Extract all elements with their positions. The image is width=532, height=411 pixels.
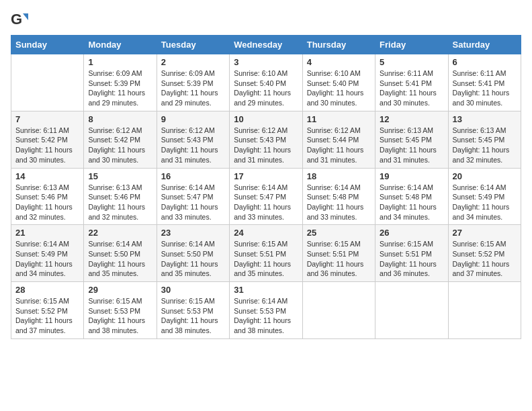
day-number: 29 xyxy=(88,285,152,295)
day-number: 28 xyxy=(15,285,79,295)
logo-icon: G xyxy=(11,11,30,30)
calendar-cell: 29Sunrise: 6:15 AM Sunset: 5:53 PM Dayli… xyxy=(84,282,157,339)
day-info: Sunrise: 6:10 AM Sunset: 5:40 PM Dayligh… xyxy=(307,68,371,108)
day-number: 17 xyxy=(234,171,298,181)
day-number: 19 xyxy=(380,171,443,181)
calendar-cell xyxy=(302,282,375,339)
calendar-cell xyxy=(11,54,84,111)
calendar-cell: 17Sunrise: 6:14 AM Sunset: 5:47 PM Dayli… xyxy=(230,168,302,225)
logo: G xyxy=(11,11,32,30)
calendar-cell: 6Sunrise: 6:11 AM Sunset: 5:41 PM Daylig… xyxy=(448,54,521,111)
day-info: Sunrise: 6:15 AM Sunset: 5:51 PM Dayligh… xyxy=(307,239,371,279)
calendar-cell: 7Sunrise: 6:11 AM Sunset: 5:42 PM Daylig… xyxy=(11,111,84,168)
day-info: Sunrise: 6:09 AM Sunset: 5:39 PM Dayligh… xyxy=(161,68,225,108)
calendar-cell: 15Sunrise: 6:13 AM Sunset: 5:46 PM Dayli… xyxy=(84,168,157,225)
day-number: 31 xyxy=(234,285,298,295)
day-number: 11 xyxy=(307,114,371,124)
calendar-cell: 30Sunrise: 6:15 AM Sunset: 5:53 PM Dayli… xyxy=(157,282,229,339)
day-info: Sunrise: 6:14 AM Sunset: 5:48 PM Dayligh… xyxy=(307,183,371,222)
day-number: 26 xyxy=(380,228,443,238)
day-number: 21 xyxy=(15,228,79,238)
svg-text:G: G xyxy=(11,11,22,28)
header-thursday: Thursday xyxy=(302,36,375,54)
week-row-3: 14Sunrise: 6:13 AM Sunset: 5:46 PM Dayli… xyxy=(11,168,521,225)
day-number: 20 xyxy=(453,171,517,181)
day-info: Sunrise: 6:14 AM Sunset: 5:50 PM Dayligh… xyxy=(161,239,225,279)
day-number: 18 xyxy=(307,171,371,181)
day-info: Sunrise: 6:14 AM Sunset: 5:50 PM Dayligh… xyxy=(88,239,152,279)
day-info: Sunrise: 6:14 AM Sunset: 5:48 PM Dayligh… xyxy=(380,183,443,222)
day-number: 6 xyxy=(453,57,517,67)
calendar-cell: 27Sunrise: 6:15 AM Sunset: 5:52 PM Dayli… xyxy=(448,225,521,282)
week-row-1: 1Sunrise: 6:09 AM Sunset: 5:39 PM Daylig… xyxy=(11,54,521,111)
day-number: 10 xyxy=(234,114,298,124)
day-number: 8 xyxy=(88,114,152,124)
day-info: Sunrise: 6:12 AM Sunset: 5:43 PM Dayligh… xyxy=(161,126,225,165)
day-info: Sunrise: 6:10 AM Sunset: 5:40 PM Dayligh… xyxy=(234,68,298,108)
calendar-cell: 4Sunrise: 6:10 AM Sunset: 5:40 PM Daylig… xyxy=(302,54,375,111)
calendar-cell: 13Sunrise: 6:13 AM Sunset: 5:45 PM Dayli… xyxy=(448,111,521,168)
day-info: Sunrise: 6:11 AM Sunset: 5:42 PM Dayligh… xyxy=(15,126,79,165)
calendar-cell xyxy=(375,282,448,339)
week-row-5: 28Sunrise: 6:15 AM Sunset: 5:52 PM Dayli… xyxy=(11,282,521,339)
day-info: Sunrise: 6:12 AM Sunset: 5:42 PM Dayligh… xyxy=(88,126,152,165)
calendar-cell: 24Sunrise: 6:15 AM Sunset: 5:51 PM Dayli… xyxy=(230,225,302,282)
day-number: 1 xyxy=(88,57,152,67)
calendar-cell: 20Sunrise: 6:14 AM Sunset: 5:49 PM Dayli… xyxy=(448,168,521,225)
day-info: Sunrise: 6:14 AM Sunset: 5:47 PM Dayligh… xyxy=(234,183,298,222)
calendar-cell: 11Sunrise: 6:12 AM Sunset: 5:44 PM Dayli… xyxy=(302,111,375,168)
day-info: Sunrise: 6:14 AM Sunset: 5:53 PM Dayligh… xyxy=(234,296,298,336)
day-number: 12 xyxy=(380,114,443,124)
header-friday: Friday xyxy=(375,36,448,54)
day-number: 23 xyxy=(161,228,225,238)
calendar-cell: 21Sunrise: 6:14 AM Sunset: 5:49 PM Dayli… xyxy=(11,225,84,282)
header-tuesday: Tuesday xyxy=(157,36,229,54)
day-info: Sunrise: 6:14 AM Sunset: 5:49 PM Dayligh… xyxy=(15,239,79,279)
calendar-cell: 14Sunrise: 6:13 AM Sunset: 5:46 PM Dayli… xyxy=(11,168,84,225)
day-number: 3 xyxy=(234,57,298,67)
day-number: 16 xyxy=(161,171,225,181)
calendar-cell: 25Sunrise: 6:15 AM Sunset: 5:51 PM Dayli… xyxy=(302,225,375,282)
day-info: Sunrise: 6:14 AM Sunset: 5:49 PM Dayligh… xyxy=(453,183,517,222)
calendar-cell: 18Sunrise: 6:14 AM Sunset: 5:48 PM Dayli… xyxy=(302,168,375,225)
day-number: 13 xyxy=(453,114,517,124)
day-info: Sunrise: 6:12 AM Sunset: 5:43 PM Dayligh… xyxy=(234,126,298,165)
day-info: Sunrise: 6:11 AM Sunset: 5:41 PM Dayligh… xyxy=(453,68,517,108)
day-number: 14 xyxy=(15,171,79,181)
calendar-cell: 22Sunrise: 6:14 AM Sunset: 5:50 PM Dayli… xyxy=(84,225,157,282)
calendar-cell: 19Sunrise: 6:14 AM Sunset: 5:48 PM Dayli… xyxy=(375,168,448,225)
calendar-cell: 2Sunrise: 6:09 AM Sunset: 5:39 PM Daylig… xyxy=(157,54,229,111)
week-row-2: 7Sunrise: 6:11 AM Sunset: 5:42 PM Daylig… xyxy=(11,111,521,168)
day-number: 30 xyxy=(161,285,225,295)
calendar-cell: 31Sunrise: 6:14 AM Sunset: 5:53 PM Dayli… xyxy=(230,282,302,339)
day-number: 7 xyxy=(15,114,79,124)
header-monday: Monday xyxy=(84,36,157,54)
day-number: 24 xyxy=(234,228,298,238)
day-info: Sunrise: 6:13 AM Sunset: 5:45 PM Dayligh… xyxy=(380,126,443,165)
week-row-4: 21Sunrise: 6:14 AM Sunset: 5:49 PM Dayli… xyxy=(11,225,521,282)
day-number: 15 xyxy=(88,171,152,181)
day-number: 2 xyxy=(161,57,225,67)
day-number: 25 xyxy=(307,228,371,238)
svg-marker-1 xyxy=(23,13,28,20)
day-number: 22 xyxy=(88,228,152,238)
calendar-cell: 10Sunrise: 6:12 AM Sunset: 5:43 PM Dayli… xyxy=(230,111,302,168)
day-info: Sunrise: 6:12 AM Sunset: 5:44 PM Dayligh… xyxy=(307,126,371,165)
day-info: Sunrise: 6:15 AM Sunset: 5:52 PM Dayligh… xyxy=(15,296,79,336)
day-number: 5 xyxy=(380,57,443,67)
day-number: 27 xyxy=(453,228,517,238)
day-info: Sunrise: 6:13 AM Sunset: 5:46 PM Dayligh… xyxy=(88,183,152,222)
day-info: Sunrise: 6:15 AM Sunset: 5:51 PM Dayligh… xyxy=(234,239,298,279)
day-number: 4 xyxy=(307,57,371,67)
calendar-cell: 28Sunrise: 6:15 AM Sunset: 5:52 PM Dayli… xyxy=(11,282,84,339)
day-info: Sunrise: 6:11 AM Sunset: 5:41 PM Dayligh… xyxy=(380,68,443,108)
calendar-cell: 1Sunrise: 6:09 AM Sunset: 5:39 PM Daylig… xyxy=(84,54,157,111)
calendar-table: SundayMondayTuesdayWednesdayThursdayFrid… xyxy=(11,35,521,339)
header-saturday: Saturday xyxy=(448,36,521,54)
calendar-cell: 9Sunrise: 6:12 AM Sunset: 5:43 PM Daylig… xyxy=(157,111,229,168)
calendar-cell: 3Sunrise: 6:10 AM Sunset: 5:40 PM Daylig… xyxy=(230,54,302,111)
day-info: Sunrise: 6:13 AM Sunset: 5:45 PM Dayligh… xyxy=(453,126,517,165)
calendar-cell: 12Sunrise: 6:13 AM Sunset: 5:45 PM Dayli… xyxy=(375,111,448,168)
page-header: G xyxy=(11,11,521,30)
calendar-cell xyxy=(448,282,521,339)
